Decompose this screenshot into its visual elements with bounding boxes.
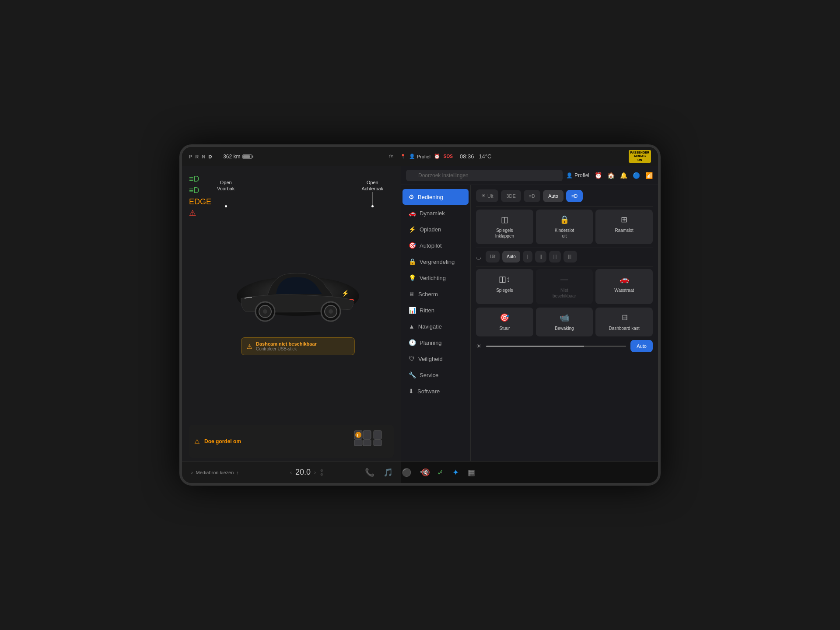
unavailable-btn[interactable]: — Nietbeschikbaar — [536, 269, 593, 304]
time-display: 08:36 — [460, 153, 474, 160]
warning-icon: ⚠ — [247, 343, 252, 350]
lights-auto-btn[interactable]: Auto — [543, 190, 564, 202]
menu-item-autopilot[interactable]: 🎯 Autopilot — [402, 238, 469, 253]
apps-icon[interactable]: ✦ — [452, 468, 459, 477]
settings-body: ⚙ Bediening 🚗 Dynamiek ⚡ Opladen 🎯 Autop… — [401, 185, 658, 461]
settings-content: ☀ Uit 3DE ≡D Auto ≡D — [471, 185, 658, 461]
profile-person-icon: 👤 — [566, 172, 573, 178]
svg-point-6 — [329, 309, 333, 314]
menu-item-veiligheid[interactable]: 🛡 Veiligheid — [402, 351, 469, 367]
lights-highbeam-btn[interactable]: ≡D — [566, 190, 583, 202]
seatbelt-warning-area: ⚠ Doe gordel om — [189, 425, 394, 458]
planning-icon: 🕐 — [409, 339, 416, 346]
windowlock-label: Raamslot — [615, 228, 634, 233]
menu-item-navigatie[interactable]: ▲ Navigatie — [402, 318, 469, 334]
car-image: ⚡ — [228, 248, 368, 336]
location-icon: 📍 — [400, 154, 406, 159]
time-temp-display: 08:36 14°C — [460, 153, 491, 160]
menu-label-vergrendeling: Vergrendeling — [420, 259, 455, 265]
dashcabinet-btn[interactable]: 🖥 Dashboard kast — [595, 308, 653, 336]
windowlock-btn[interactable]: ⊞ Raamslot — [595, 210, 653, 244]
menu-label-navigatie: Navigatie — [418, 323, 442, 330]
profile-button[interactable]: 👤 Profiel — [409, 154, 430, 159]
menu-item-ritten[interactable]: 📊 Ritten — [402, 302, 469, 318]
wipers-4-btn[interactable]: |||| — [564, 251, 577, 262]
carwash-btn[interactable]: 🚗 Wasstraat — [595, 269, 653, 304]
brightness-auto-btn[interactable]: Auto — [630, 340, 653, 352]
wipers-1-label: | — [527, 254, 528, 259]
passenger-airbag-indicator: PASSENGERAIRBAGON — [629, 150, 651, 163]
dashcabinet-label: Dashboard kast — [609, 326, 640, 331]
menu-item-dynamiek[interactable]: 🚗 Dynamiek — [402, 205, 469, 221]
wipers-off-btn[interactable]: Uit — [486, 251, 500, 262]
childlock-btn[interactable]: 🔒 Kinderslotuit — [536, 210, 593, 244]
menu-item-bediening[interactable]: ⚙ Bediening — [402, 189, 469, 205]
mirrors-action-icon: ◫↕ — [499, 274, 510, 284]
brightness-slider[interactable] — [486, 346, 626, 347]
check-icon[interactable]: ✓ — [437, 468, 444, 477]
security-btn[interactable]: 📹 Bewaking — [536, 308, 593, 336]
menu-item-scherm[interactable]: 🖥 Scherm — [402, 286, 469, 302]
menu-label-dynamiek: Dynamiek — [420, 210, 445, 217]
grid-icon[interactable]: ▦ — [468, 468, 475, 477]
wipers-1-btn[interactable]: | — [523, 251, 533, 262]
car-view: OpenVoorbak OpenAchterbak — [182, 166, 401, 421]
highbeam-icon: ≡D — [571, 193, 578, 199]
drl-label: 3DE — [506, 193, 515, 199]
wipers-3-btn[interactable]: ||| — [549, 251, 561, 262]
more-icon[interactable]: ••• — [420, 468, 428, 477]
mirrors-fold-btn[interactable]: ◫ SpiegelsInklappen — [476, 210, 533, 244]
lights-off-btn[interactable]: ☀ Uit — [476, 189, 498, 202]
svg-rect-11 — [363, 440, 371, 446]
divider-1 — [476, 206, 653, 207]
mirrors-icon: ◫ — [501, 215, 508, 225]
steering-btn[interactable]: 🎯 Stuur — [476, 308, 533, 336]
warning-title: Dashcam niet beschikbaar — [256, 341, 317, 346]
settings-header: 🔍 👤 Profiel ⏰ 🏠 🔔 🔵 📶 — [401, 166, 658, 185]
rear-trunk-label: OpenAchterbak — [361, 179, 383, 207]
header-profile[interactable]: 👤 Profiel — [566, 172, 589, 178]
divider-2 — [476, 248, 653, 248]
wipers-2-btn[interactable]: || — [535, 251, 546, 262]
unavailable-icon: — — [560, 274, 568, 284]
lights-drl-btn[interactable]: 3DE — [501, 190, 521, 202]
header-profile-label: Profiel — [574, 172, 589, 178]
menu-item-service[interactable]: 🔧 Service — [402, 367, 469, 383]
status-bar: P R N D 362 km 🗺 📍 👤 Profiel ⏰ SOS — [182, 147, 658, 166]
bell-header-icon[interactable]: 🔔 — [620, 172, 627, 179]
wifi-header-icon[interactable]: 📶 — [645, 172, 653, 179]
menu-label-veiligheid: Veiligheid — [418, 356, 443, 362]
menu-item-planning[interactable]: 🕐 Planning — [402, 335, 469, 350]
search-input[interactable] — [406, 170, 563, 181]
media-source[interactable]: ♪ Mediabron kiezen ↑ — [191, 470, 239, 475]
battery-icon — [242, 154, 252, 159]
gear-r: R — [195, 154, 202, 159]
menu-item-verlichting[interactable]: 💡 Verlichting — [402, 270, 469, 286]
menu-item-vergrendeling[interactable]: 🔒 Vergrendeling — [402, 254, 469, 270]
wipers-2-label: || — [539, 254, 542, 259]
svg-rect-13 — [374, 440, 382, 446]
wipers-auto-btn[interactable]: Auto — [502, 251, 520, 262]
lock-header-icon[interactable]: 🏠 — [607, 172, 615, 179]
navigatie-icon: ▲ — [409, 323, 415, 330]
alarm-header-icon[interactable]: ⏰ — [595, 172, 602, 179]
sos-label[interactable]: SOS — [444, 154, 453, 159]
lights-low-btn[interactable]: ≡D — [524, 190, 540, 202]
carwash-icon: 🚗 — [620, 274, 629, 284]
taskbar: ‹ 🔇 › 📞 🎵 ⚫ ••• ✓ ✦ ▦ — [401, 461, 658, 483]
front-hood-label: OpenVoorbak — [217, 179, 234, 207]
menu-label-verlichting: Verlichting — [420, 275, 446, 281]
bluetooth-header-icon[interactable]: 🔵 — [633, 172, 640, 179]
camera-icon[interactable]: ⚫ — [402, 468, 411, 477]
wipers-3-label: ||| — [553, 254, 557, 259]
autopilot-icon: 🎯 — [409, 242, 416, 249]
left-panel: ≡D ≡D EDGE ⚠ OpenVoorbak OpenAchterbak — [182, 166, 401, 483]
childlock-label: Kinderslotuit — [555, 228, 574, 239]
lights-auto-label: Auto — [548, 193, 558, 199]
profile-label: Profiel — [417, 154, 430, 159]
wipers-row: ◡ Uit Auto | || — [476, 251, 653, 262]
menu-item-opladen[interactable]: ⚡ Opladen — [402, 221, 469, 237]
menu-item-software[interactable]: ⬇ Software — [402, 383, 469, 399]
map-indicator: 🗺 — [389, 154, 393, 159]
mirrors-action-btn[interactable]: ◫↕ Spiegels — [476, 269, 533, 304]
